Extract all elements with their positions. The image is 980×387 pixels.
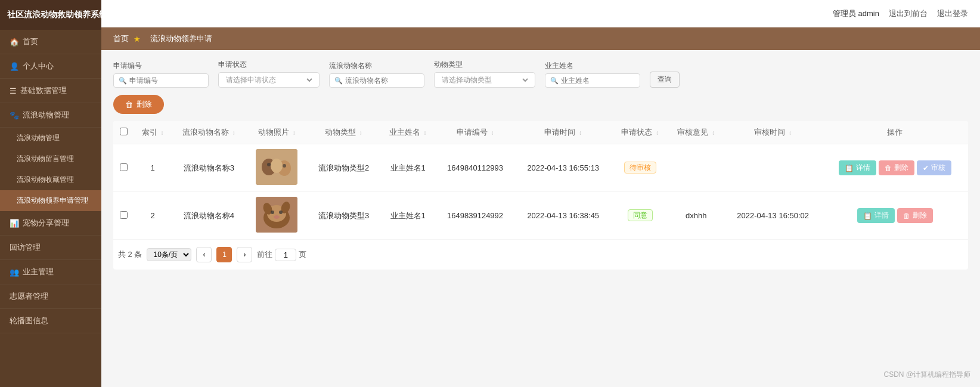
- home-icon: 🏠: [10, 38, 19, 47]
- animal-photo: [256, 197, 297, 233]
- sidebar-item-label: 轮播图信息: [10, 315, 48, 326]
- goto-suffix: 页: [299, 249, 306, 260]
- row-photo-cell: [246, 192, 308, 240]
- delete-row-button[interactable]: 🗑 删除: [879, 160, 914, 175]
- table-header-row: 索引 ↕ 流浪动物名称 ↕ 动物照片 ↕ 动物类型 ↕ 业主姓名 ↕ 申请编号 …: [113, 121, 968, 144]
- col-app-time: 申请时间 ↕: [514, 121, 612, 144]
- detail-label: 详情: [856, 163, 870, 173]
- sidebar-item-owners[interactable]: 👥 业主管理: [0, 260, 101, 284]
- row-checkbox[interactable]: [120, 163, 128, 171]
- delete-row-button[interactable]: 🗑 删除: [897, 208, 933, 223]
- action-group: 📋 详情 🗑 删除 ✔ 审核: [827, 160, 964, 175]
- row-animal-type: 流浪动物类型2: [308, 144, 380, 192]
- exit-front-link[interactable]: 退出到前台: [889, 8, 928, 19]
- app-id-input[interactable]: [129, 76, 203, 85]
- row-review-time: 2022-04-13 16:50:02: [724, 192, 822, 240]
- sidebar-item-label: 首页: [23, 36, 38, 47]
- row-review-time: [724, 144, 822, 192]
- breadcrumb-home[interactable]: 首页: [113, 33, 129, 44]
- sidebar-sub-item-messages[interactable]: 流浪动物留言管理: [0, 148, 101, 169]
- filter-animal-name-wrap: 🔍: [329, 73, 424, 88]
- col-type: 动物类型 ↕: [308, 121, 380, 144]
- sidebar-item-stray-animals[interactable]: 🐾 流浪动物管理: [0, 103, 101, 128]
- sidebar-sub-label: 流浪动物管理: [17, 133, 60, 143]
- page-goto: 前往 页: [257, 249, 306, 261]
- col-actions: 操作: [822, 121, 969, 144]
- filter-animal-type: 动物类型 请选择动物类型 流浪动物类型1 流浪动物类型2 流浪动物类型3: [434, 60, 535, 88]
- del-icon: 🗑: [885, 164, 892, 172]
- row-app-time: 2022-04-13 16:38:45: [514, 192, 612, 240]
- sidebar-item-revisit[interactable]: 回访管理: [0, 236, 101, 260]
- sidebar-item-home[interactable]: 🏠 首页: [0, 30, 101, 54]
- search-icon-3: 🔍: [550, 77, 559, 85]
- filter-owner-name-label: 业主姓名: [545, 61, 640, 71]
- next-page-button[interactable]: ›: [237, 247, 252, 262]
- detail-label: 详情: [874, 210, 889, 221]
- sidebar-sub-label: 流浪动物留言管理: [17, 154, 74, 164]
- sidebar-item-pet-share[interactable]: 📊 宠物分享管理: [0, 211, 101, 236]
- query-button[interactable]: 查询: [650, 72, 680, 88]
- goto-prefix: 前往: [257, 249, 272, 260]
- row-checkbox[interactable]: [120, 211, 128, 219]
- row-actions: 📋 详情 🗑 删除: [822, 192, 969, 240]
- watermark: CSDN @计算机编程指导师: [883, 370, 970, 380]
- owner-name-input[interactable]: [561, 76, 635, 85]
- del-icon: 🗑: [903, 212, 910, 220]
- detail-button[interactable]: 📋 详情: [839, 160, 876, 175]
- row-app-id: 1649839124992: [436, 192, 514, 240]
- col-review-comment: 审核意见 ↕: [668, 121, 724, 144]
- page-size-select[interactable]: 10条/页 20条/页 50条/页: [147, 248, 191, 261]
- sidebar-sub-item-adoption[interactable]: 流浪动物领养申请管理: [0, 190, 101, 211]
- action-group: 📋 详情 🗑 删除: [827, 208, 964, 223]
- data-table: 索引 ↕ 流浪动物名称 ↕ 动物照片 ↕ 动物类型 ↕ 业主姓名 ↕ 申请编号 …: [113, 121, 968, 240]
- sidebar-item-label: 宠物分享管理: [23, 218, 69, 228]
- col-status: 申请状态 ↕: [612, 121, 668, 144]
- batch-delete-button[interactable]: 🗑 删除: [113, 95, 164, 114]
- sidebar-item-base-data[interactable]: ☰ 基础数据管理: [0, 79, 101, 103]
- animal-type-select[interactable]: 请选择动物类型 流浪动物类型1 流浪动物类型2 流浪动物类型3: [439, 75, 530, 85]
- animal-name-input[interactable]: [345, 76, 419, 85]
- search-icon-2: 🔍: [334, 77, 343, 85]
- content-area: 申请编号 🔍 申请状态 请选择申请状态 待审核 同意 拒绝: [101, 50, 980, 387]
- select-all-checkbox[interactable]: [120, 128, 128, 135]
- sidebar-item-profile[interactable]: 👤 个人中心: [0, 54, 101, 79]
- delete-label: 删除: [137, 99, 152, 110]
- page-1-button[interactable]: 1: [216, 247, 232, 262]
- goto-input[interactable]: [275, 249, 296, 261]
- detail-button[interactable]: 📋 详情: [857, 208, 895, 223]
- col-app-id: 申请编号 ↕: [436, 121, 514, 144]
- sidebar-item-label: 业主管理: [23, 267, 54, 277]
- col-checkbox: [113, 121, 134, 144]
- row-app-time: 2022-04-13 16:55:13: [514, 144, 612, 192]
- table-row: 2 流浪动物名称4: [113, 192, 968, 240]
- filter-app-id-label: 申请编号: [113, 61, 209, 71]
- filter-animal-type-wrap: 请选择动物类型 流浪动物类型1 流浪动物类型2 流浪动物类型3: [434, 72, 535, 88]
- sidebar-item-label: 个人中心: [23, 61, 54, 72]
- breadcrumb-current: 流浪动物领养申请: [150, 33, 212, 44]
- audit-icon: ✔: [923, 164, 929, 172]
- row-index: 2: [134, 192, 172, 240]
- logout-link[interactable]: 退出登录: [937, 8, 968, 19]
- main-area: 管理员 admin 退出到前台 退出登录 首页 ★ 流浪动物领养申请 申请编号 …: [101, 0, 980, 387]
- row-review-comment: dxhhh: [668, 192, 724, 240]
- row-photo-cell: [246, 144, 308, 192]
- menu-icon: ☰: [10, 86, 17, 95]
- filter-animal-type-label: 动物类型: [434, 60, 535, 70]
- sidebar-sub-item-favorites[interactable]: 流浪动物收藏管理: [0, 169, 101, 190]
- search-icon: 🔍: [119, 77, 127, 85]
- audit-button[interactable]: ✔ 审核: [917, 160, 951, 175]
- sidebar-sub-item-animal-mgmt[interactable]: 流浪动物管理: [0, 128, 101, 148]
- status-select[interactable]: 请选择申请状态 待审核 同意 拒绝: [224, 75, 314, 85]
- cats-image: [256, 149, 297, 185]
- prev-page-button[interactable]: ‹: [196, 247, 212, 262]
- row-animal-type: 流浪动物类型3: [308, 192, 380, 240]
- row-animal-name: 流浪动物名称4: [172, 192, 246, 240]
- del-label: 删除: [913, 210, 927, 221]
- svg-point-3: [271, 159, 283, 173]
- col-index: 索引 ↕: [134, 121, 172, 144]
- sidebar-item-volunteers[interactable]: 志愿者管理: [0, 284, 101, 309]
- sidebar-item-label: 流浪动物管理: [23, 110, 69, 120]
- svg-point-11: [271, 210, 274, 214]
- sidebar-item-banner[interactable]: 轮播图信息: [0, 309, 101, 333]
- breadcrumb-star-icon: ★: [134, 35, 141, 44]
